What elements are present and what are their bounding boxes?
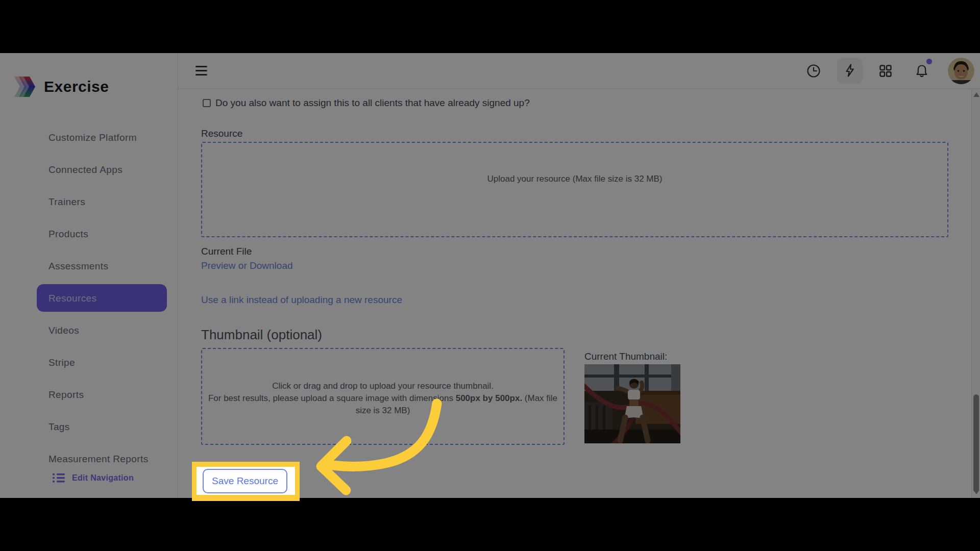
screenshot-dim-overlay	[0, 53, 980, 498]
app-window: Exercise Customize Platform Connected Ap…	[0, 53, 980, 498]
save-resource-button[interactable]: Save Resource	[203, 469, 287, 493]
